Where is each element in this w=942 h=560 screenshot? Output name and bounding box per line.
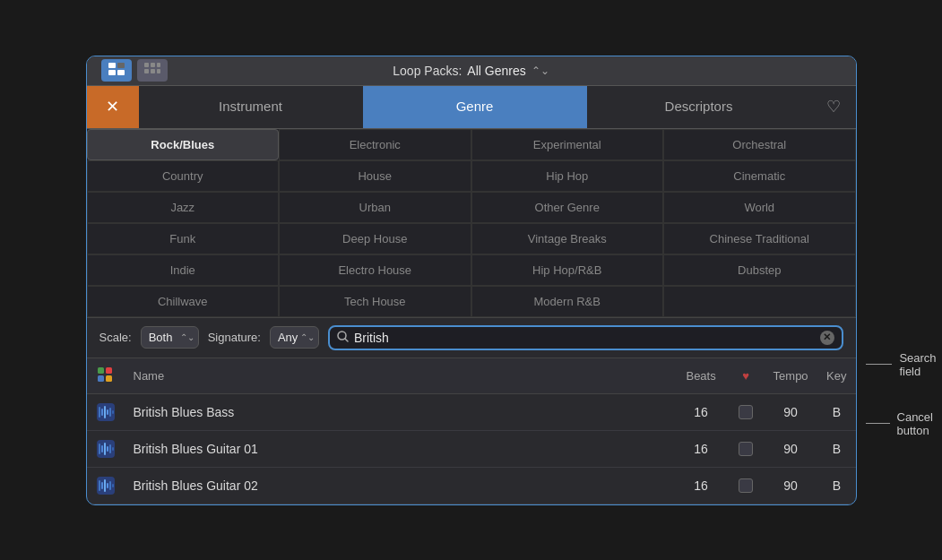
genre-cell-indie[interactable]: Indie bbox=[87, 254, 280, 286]
genre-cell-cinematic[interactable]: Cinematic bbox=[663, 160, 856, 192]
genre-cell-hip-hop-r-b[interactable]: Hip Hop/R&B bbox=[471, 254, 664, 286]
header-bar: Loop Packs: All Genres ⌃⌄ bbox=[87, 56, 856, 86]
tab-favorites[interactable]: ♡ bbox=[811, 86, 856, 128]
view-btn-list[interactable] bbox=[137, 59, 168, 82]
genre-cell-chillwave[interactable]: Chillwave bbox=[87, 286, 280, 317]
row-tempo: 90 bbox=[764, 393, 817, 430]
favorites-icon: ♡ bbox=[826, 97, 841, 116]
svg-rect-24 bbox=[99, 444, 100, 454]
filter-bar: Scale: Both Major Minor Signature: Any 3… bbox=[87, 318, 856, 358]
tab-instrument-label: Instrument bbox=[219, 99, 282, 114]
scale-select[interactable]: Both Major Minor bbox=[141, 326, 199, 349]
annotation-cancel-button: Cancel button bbox=[866, 410, 943, 437]
view-btn-grid[interactable] bbox=[101, 59, 132, 82]
main-window: Loop Packs: All Genres ⌃⌄ ✕ Instrument G… bbox=[86, 56, 857, 505]
genre-cell-other-genre[interactable]: Other Genre bbox=[471, 192, 664, 223]
genre-cell-tech-house[interactable]: Tech House bbox=[279, 286, 471, 317]
favorite-checkbox[interactable] bbox=[739, 405, 753, 419]
svg-rect-12 bbox=[98, 367, 104, 374]
genre-cell-electro-house[interactable]: Electro House bbox=[279, 254, 471, 286]
search-input[interactable] bbox=[354, 331, 815, 345]
tab-descriptors[interactable]: Descriptors bbox=[587, 86, 811, 128]
svg-rect-18 bbox=[101, 409, 103, 416]
favorite-checkbox[interactable] bbox=[739, 442, 753, 456]
genre-cell-modern-r-b[interactable]: Modern R&B bbox=[471, 286, 664, 317]
cancel-button[interactable]: ✕ bbox=[820, 331, 834, 345]
row-tempo: 90 bbox=[764, 467, 817, 504]
row-name: British Blues Bass bbox=[125, 393, 675, 430]
genre-grid: Rock/BluesElectronicExperimentalOrchestr… bbox=[87, 129, 856, 318]
table-row[interactable]: British Blues Guitar 021690B bbox=[87, 467, 856, 504]
genre-dropdown[interactable]: All Genres bbox=[467, 64, 525, 78]
genre-cell-chinese-traditional[interactable]: Chinese Traditional bbox=[663, 223, 856, 254]
signature-label: Signature: bbox=[208, 331, 261, 344]
view-controls bbox=[101, 59, 168, 82]
annotation-search-field: Search field bbox=[866, 351, 943, 378]
svg-rect-32 bbox=[101, 482, 103, 489]
loop-icon-cell bbox=[87, 467, 125, 504]
svg-rect-31 bbox=[99, 480, 100, 491]
tab-genre[interactable]: Genre bbox=[363, 86, 587, 128]
col-tempo-header: Tempo bbox=[764, 358, 817, 394]
genre-cell-hip-hop[interactable]: Hip Hop bbox=[471, 160, 664, 192]
col-key-header: Key bbox=[817, 358, 855, 394]
ann-hline-2 bbox=[866, 423, 890, 424]
genre-cell-experimental[interactable]: Experimental bbox=[471, 129, 664, 160]
genre-cell-orchestral[interactable]: Orchestral bbox=[663, 129, 856, 160]
tab-genre-label: Genre bbox=[456, 99, 494, 114]
signature-select[interactable]: Any 3/4 4/4 bbox=[270, 326, 319, 349]
genre-chevron[interactable]: ⌃⌄ bbox=[531, 65, 549, 77]
favorite-checkbox[interactable] bbox=[739, 478, 753, 493]
genre-cell-dubstep[interactable]: Dubstep bbox=[663, 254, 856, 286]
loop-icon-cell bbox=[87, 393, 125, 430]
col-name-header: Name bbox=[125, 358, 675, 394]
genre-cell-rock-blues[interactable]: Rock/Blues bbox=[87, 129, 280, 160]
row-favorite[interactable] bbox=[728, 467, 764, 504]
svg-rect-27 bbox=[107, 446, 108, 452]
col-favorite-header: ♥ bbox=[728, 358, 764, 394]
row-key: B bbox=[817, 467, 855, 504]
genre-cell-deep-house[interactable]: Deep House bbox=[279, 223, 471, 254]
results-table: Name Beats ♥ Tempo Key bbox=[87, 358, 856, 504]
svg-rect-6 bbox=[157, 63, 160, 67]
row-favorite[interactable] bbox=[728, 430, 764, 467]
table-row[interactable]: British Blues Bass1690B bbox=[87, 393, 856, 430]
svg-rect-14 bbox=[98, 375, 104, 382]
row-beats: 16 bbox=[674, 430, 728, 467]
svg-rect-21 bbox=[109, 408, 111, 417]
genre-cell-country[interactable]: Country bbox=[87, 160, 280, 192]
genre-cell-house[interactable]: House bbox=[279, 160, 471, 192]
signature-select-wrapper: Any 3/4 4/4 bbox=[270, 326, 319, 349]
svg-rect-8 bbox=[151, 69, 155, 73]
svg-rect-4 bbox=[144, 63, 149, 67]
genre-cell-funk[interactable]: Funk bbox=[87, 223, 280, 254]
row-beats: 16 bbox=[674, 393, 728, 430]
genre-cell-electronic[interactable]: Electronic bbox=[279, 129, 471, 160]
svg-rect-34 bbox=[107, 483, 108, 488]
genre-cell-23[interactable] bbox=[663, 286, 856, 317]
tab-close-button[interactable]: ✕ bbox=[87, 86, 139, 128]
table-header-row: Name Beats ♥ Tempo Key bbox=[87, 358, 856, 394]
ann-search-label: Search field bbox=[899, 351, 942, 378]
genre-cell-vintage-breaks[interactable]: Vintage Breaks bbox=[471, 223, 664, 254]
svg-rect-19 bbox=[104, 406, 106, 418]
col-beats-header: Beats bbox=[674, 358, 728, 394]
ann-hline-1 bbox=[866, 364, 893, 365]
row-favorite[interactable] bbox=[728, 393, 764, 430]
genre-cell-urban[interactable]: Urban bbox=[279, 192, 471, 223]
row-name: British Blues Guitar 01 bbox=[125, 430, 675, 467]
svg-rect-36 bbox=[112, 484, 114, 487]
table-row[interactable]: British Blues Guitar 011690B bbox=[87, 430, 856, 467]
search-field[interactable]: ✕ bbox=[328, 325, 843, 350]
svg-rect-9 bbox=[157, 69, 160, 73]
header-title: Loop Packs: All Genres ⌃⌄ bbox=[393, 64, 549, 78]
tab-instrument[interactable]: Instrument bbox=[139, 86, 363, 128]
cancel-icon: ✕ bbox=[823, 332, 831, 343]
genre-cell-world[interactable]: World bbox=[663, 192, 856, 223]
svg-rect-0 bbox=[108, 63, 116, 68]
genre-cell-jazz[interactable]: Jazz bbox=[87, 192, 280, 223]
search-icon bbox=[337, 331, 349, 345]
svg-rect-1 bbox=[117, 63, 125, 68]
row-key: B bbox=[817, 430, 855, 467]
row-tempo: 90 bbox=[764, 430, 817, 467]
